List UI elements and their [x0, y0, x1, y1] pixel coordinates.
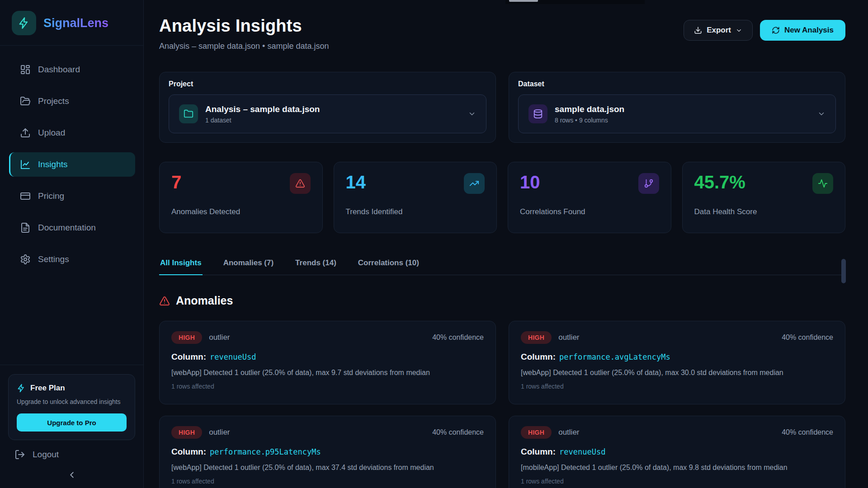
refresh-icon	[772, 26, 780, 34]
stat-value: 7	[171, 173, 181, 191]
anomaly-description: [webApp] Detected 1 outlier (25.0% of da…	[171, 464, 484, 472]
dataset-value: sample data.json	[555, 104, 810, 114]
stat-correlations-found: 10 Correlations Found	[508, 162, 671, 233]
sidebar-nav: Dashboard Projects Upload Insights Prici…	[0, 57, 143, 279]
stat-label: Data Health Score	[694, 207, 834, 216]
app-logo: SignalLens	[0, 0, 143, 46]
tab-correlations[interactable]: Correlations (10)	[357, 258, 420, 275]
selector-row: Project Analysis – sample data.json 1 da…	[159, 72, 845, 143]
dataset-label: Dataset	[518, 80, 836, 88]
anomaly-card[interactable]: HIGH outlier 40% confidence Column:perfo…	[509, 321, 845, 404]
sidebar-item-label: Dashboard	[38, 65, 80, 75]
column-row: Column:revenueUsd	[171, 352, 484, 362]
activity-icon	[812, 173, 833, 194]
column-row: Column:revenueUsd	[521, 447, 833, 457]
rows-affected: 1 rows affected	[521, 478, 833, 485]
window-edge-artifact	[505, 0, 645, 4]
sidebar-item-label: Upload	[38, 128, 65, 138]
anomaly-card[interactable]: HIGH outlier 40% confidence Column:perfo…	[159, 416, 496, 488]
stat-anomalies-detected: 7 Anomalies Detected	[159, 162, 323, 233]
tab-all-insights[interactable]: All Insights	[159, 258, 203, 275]
scrollbar-thumb[interactable]	[841, 259, 846, 283]
project-select[interactable]: Analysis – sample data.json 1 dataset	[169, 94, 486, 133]
project-card: Project Analysis – sample data.json 1 da…	[159, 72, 496, 143]
confidence-label: 40% confidence	[432, 333, 484, 342]
logout-label: Logout	[33, 450, 59, 460]
main-content: Analysis Insights Analysis – sample data…	[144, 0, 868, 488]
window-grip	[509, 0, 538, 2]
sidebar-item-label: Projects	[38, 96, 69, 106]
stats-row: 7 Anomalies Detected 14 Trends Identifie…	[159, 162, 845, 233]
anomaly-card[interactable]: HIGH outlier 40% confidence Column:reven…	[509, 416, 845, 488]
chevron-left-icon	[67, 470, 77, 480]
dataset-card: Dataset sample data.json 8 rows • 9 colu…	[509, 72, 845, 143]
severity-badge: HIGH	[521, 426, 552, 439]
column-row: Column:performance.p95LatencyMs	[171, 447, 484, 457]
plan-card: Free Plan Upgrade to unlock advanced ins…	[8, 374, 135, 440]
stat-trends-identified: 14 Trends Identified	[334, 162, 497, 233]
tab-trends[interactable]: Trends (14)	[294, 258, 337, 275]
sidebar-item-label: Documentation	[38, 223, 96, 233]
confidence-label: 40% confidence	[782, 333, 833, 342]
insights-tabs: All Insights Anomalies (7) Trends (14) C…	[159, 258, 845, 275]
confidence-label: 40% confidence	[432, 428, 484, 436]
rows-affected: 1 rows affected	[521, 383, 833, 390]
sidebar-item-label: Settings	[38, 254, 69, 264]
severity-badge: HIGH	[171, 426, 202, 439]
anomaly-kind: outlier	[558, 333, 579, 342]
new-analysis-button[interactable]: New Analysis	[760, 20, 845, 41]
anomaly-description: [mobileApp] Detected 1 outlier (25.0% of…	[521, 464, 833, 472]
stat-label: Anomalies Detected	[171, 207, 311, 216]
column-name: performance.p95LatencyMs	[210, 447, 321, 456]
column-name: performance.avgLatencyMs	[559, 352, 670, 361]
project-value: Analysis – sample data.json	[205, 104, 461, 114]
sidebar-item-projects[interactable]: Projects	[9, 89, 135, 113]
gear-icon	[20, 254, 31, 265]
column-name: revenueUsd	[210, 352, 256, 361]
file-text-icon	[20, 222, 31, 233]
breadcrumb: Analysis – sample data.json • sample dat…	[159, 42, 329, 51]
project-meta: 1 dataset	[205, 117, 461, 124]
sidebar-item-pricing[interactable]: Pricing	[9, 184, 135, 208]
confidence-label: 40% confidence	[782, 428, 833, 436]
sidebar-item-upload[interactable]: Upload	[9, 121, 135, 145]
sidebar-item-documentation[interactable]: Documentation	[9, 216, 135, 240]
section-title: Anomalies	[176, 294, 233, 307]
page-title: Analysis Insights	[159, 16, 329, 36]
export-button[interactable]: Export	[684, 20, 753, 41]
logout-button[interactable]: Logout	[8, 440, 135, 463]
stat-value: 10	[520, 173, 540, 191]
sidebar-item-label: Pricing	[38, 191, 64, 201]
stat-value: 45.7%	[694, 173, 745, 191]
folder-open-icon	[20, 96, 31, 107]
plan-description: Upgrade to unlock advanced insights	[17, 397, 127, 406]
sidebar-item-settings[interactable]: Settings	[9, 247, 135, 272]
column-name: revenueUsd	[559, 447, 605, 456]
anomaly-card[interactable]: HIGH outlier 40% confidence Column:reven…	[159, 321, 496, 404]
dashboard-icon	[20, 64, 31, 75]
dataset-meta: 8 rows • 9 columns	[555, 117, 810, 124]
app-title: SignalLens	[43, 16, 108, 30]
tab-anomalies[interactable]: Anomalies (7)	[222, 258, 274, 275]
chevron-down-icon	[468, 110, 476, 118]
severity-badge: HIGH	[171, 331, 202, 344]
line-chart-icon	[20, 159, 31, 170]
anomaly-kind: outlier	[558, 428, 579, 437]
trending-up-icon	[464, 173, 485, 194]
credit-card-icon	[20, 191, 31, 202]
stat-label: Correlations Found	[520, 207, 659, 216]
severity-badge: HIGH	[521, 331, 552, 344]
page-header: Analysis Insights Analysis – sample data…	[159, 16, 845, 51]
sidebar-item-label: Insights	[38, 160, 67, 169]
upload-icon	[20, 127, 31, 138]
sidebar-item-insights[interactable]: Insights	[9, 152, 135, 177]
chevron-down-icon	[736, 27, 742, 34]
sidebar-collapse-button[interactable]	[8, 463, 135, 482]
sidebar-item-dashboard[interactable]: Dashboard	[9, 57, 135, 82]
logout-icon	[14, 449, 25, 460]
upgrade-button[interactable]: Upgrade to Pro	[17, 413, 127, 432]
anomaly-kind: outlier	[209, 333, 230, 342]
anomaly-cards-grid: HIGH outlier 40% confidence Column:reven…	[159, 321, 845, 488]
export-label: Export	[707, 26, 731, 35]
dataset-select[interactable]: sample data.json 8 rows • 9 columns	[518, 94, 836, 133]
